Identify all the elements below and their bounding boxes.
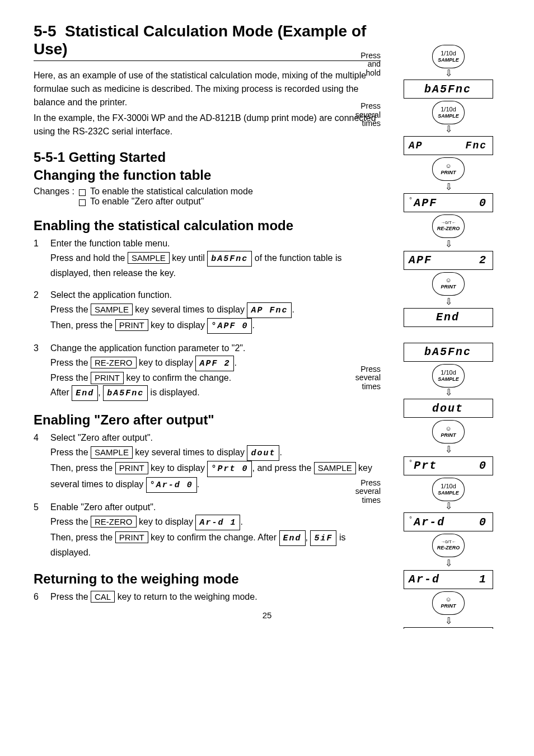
key-label: SAMPLE	[438, 58, 459, 63]
print-key-icon: ☺ PRINT	[432, 420, 465, 444]
arrow-down-icon: ⇩	[445, 298, 452, 306]
step-4-num: 4	[34, 431, 45, 493]
arrow-down-icon: ⇩	[445, 502, 452, 510]
press-label: Press several times	[355, 479, 381, 505]
bullet-icon	[79, 189, 86, 196]
key-top: ☺	[445, 277, 451, 283]
intro-p2: In the example, the FX-3000i WP and the …	[34, 111, 381, 138]
display-apfnc: AP Fnc	[404, 136, 493, 155]
return-title: Returning to the weighing mode	[34, 571, 381, 587]
step-1-num: 1	[34, 237, 45, 281]
sample-key-icon: 1/10d SAMPLE	[432, 45, 465, 68]
sample-key-icon: 1/10d SAMPLE	[432, 364, 465, 388]
segbox-ba5fnc: bA5Fnc	[207, 251, 252, 267]
segbox-ard1: Ar-d 1	[195, 515, 240, 530]
page-number: 25	[0, 610, 534, 620]
side-flow: Press and hold 1/10d SAMPLE ⇩ bA5Fnc Pre…	[390, 45, 507, 629]
press-text: Press	[360, 365, 381, 374]
segbox-ard0: °Ar-d 0	[146, 477, 197, 493]
print-key-icon: ☺ PRINT	[432, 157, 465, 181]
enable-zero-title: Enabling "Zero after output"	[34, 412, 381, 428]
press-label: Press several times	[355, 102, 381, 128]
step4-line1: Select "Zero after output".	[50, 433, 153, 442]
changes-row: Changes : To enable the statistical calc…	[34, 186, 381, 207]
step2-line3a: Then, press the	[50, 320, 115, 330]
sub1-title2: Changing the function table	[34, 167, 381, 183]
segbox-ba5fnc2: bA5Fnc	[103, 385, 148, 401]
seg: bA5Fnc	[424, 83, 471, 96]
sample-keybox: SAMPLE	[314, 462, 356, 474]
seg: APF	[409, 254, 432, 267]
step3-line2b: key to display	[139, 358, 195, 367]
sample-key-icon: 1/10d SAMPLE	[432, 478, 465, 501]
print-keybox: PRINT	[91, 372, 124, 384]
changes-item-1: To enable the statistical calculation mo…	[79, 186, 253, 197]
step3-line4a: After	[50, 388, 72, 397]
rezero-key-icon: →0/T← RE-ZERO	[432, 214, 465, 238]
seg: bA5Fnc	[424, 346, 471, 358]
sub1-t1: Getting Started	[69, 150, 166, 165]
step5-line2a: Press the	[50, 517, 91, 526]
segbox-end: End	[72, 385, 98, 401]
title-rule	[34, 60, 381, 61]
step5-line1: Enable "Zero after output".	[50, 502, 156, 512]
sub1-num: 5-5-1	[34, 150, 65, 165]
step5-line3c: ,	[306, 533, 311, 542]
display-apf0: °APF 0	[404, 193, 493, 212]
segbox-sif: 5iF	[310, 530, 336, 546]
display-ard0: °Ar-d 0	[404, 512, 493, 531]
step2-line2b: key several times to display	[135, 305, 247, 314]
key-top: 1/10d	[441, 106, 456, 113]
deg: °	[409, 197, 414, 204]
key-label: SAMPLE	[438, 114, 459, 119]
display-ba5fnc: bA5Fnc	[404, 80, 493, 99]
seg: °Prt	[409, 459, 437, 472]
seg: dout	[432, 402, 463, 415]
step-6: 6 Press the CAL key to return to the wei…	[34, 590, 381, 604]
seg-text: Ar-d	[414, 516, 445, 529]
step-2: 2 Select the application function. Press…	[34, 288, 381, 334]
arrow-down-icon: ⇩	[445, 69, 452, 77]
step-3: 3 Change the application function parame…	[34, 342, 381, 401]
seg: °Ar-d	[409, 516, 445, 529]
display-end2: End	[404, 627, 493, 629]
sub1-title1: 5-5-1 Getting Started	[34, 150, 381, 165]
seg-apfnc: AP Fnc	[251, 306, 288, 315]
key-top: 1/10d	[441, 50, 456, 57]
rezero-key-icon: →0/T← RE-ZERO	[432, 534, 465, 557]
display-ard1: Ar-d 1	[404, 570, 493, 589]
segbox-apfnc: AP Fnc	[247, 302, 292, 318]
changes-label: Changes :	[34, 186, 74, 207]
key-label: PRINT	[441, 284, 456, 290]
seg-apf0: °APF 0	[211, 321, 248, 331]
seg-end2: End	[283, 534, 302, 543]
step-5: 5 Enable "Zero after output". Press the …	[34, 501, 381, 560]
key-top: 1/10d	[441, 370, 456, 376]
seg-val: 0	[479, 516, 487, 529]
seg-ard1: Ar-d 1	[199, 518, 236, 528]
step-3-num: 3	[34, 342, 45, 401]
key-label: SAMPLE	[438, 377, 459, 382]
print-keybox: PRINT	[115, 531, 148, 544]
deg: °	[409, 459, 414, 467]
changes-item-2: To enable "Zero after output"	[79, 197, 253, 207]
seg: Ar-d	[409, 573, 440, 586]
seg: AP	[409, 140, 423, 151]
step2-line1: Select the application function.	[50, 290, 172, 300]
press-text: Press	[360, 101, 381, 110]
step4-line3a: Then, press the	[50, 463, 115, 473]
segbox-apf0: °APF 0	[207, 318, 252, 334]
step3-line2a: Press the	[50, 358, 91, 367]
key-label: RE-ZERO	[437, 226, 460, 231]
arrow-down-icon: ⇩	[445, 183, 452, 191]
segbox-dout: dout	[247, 445, 279, 461]
step5-line3b: key to confirm the change. After	[151, 533, 279, 542]
key-top: 1/10d	[441, 483, 456, 489]
step-6-num: 6	[34, 590, 45, 604]
several-text: several times	[355, 373, 381, 390]
section-title: 5-5 Statistical Calculation Mode (Exampl…	[34, 22, 381, 58]
bullet-icon	[79, 199, 86, 206]
sample-keybox: SAMPLE	[128, 252, 170, 264]
section-number: 5-5	[34, 22, 56, 40]
key-label: RE-ZERO	[437, 545, 460, 550]
